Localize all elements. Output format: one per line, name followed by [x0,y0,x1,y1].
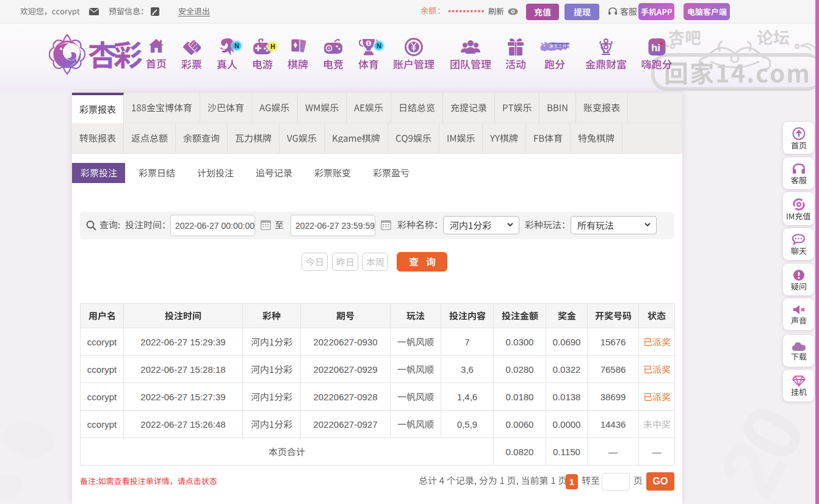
svg-text:N: N [377,42,381,49]
svg-text:N: N [234,42,239,49]
svg-text:H: H [270,43,275,50]
svg-text:1: 1 [367,40,370,46]
svg-text:兼车工作室: 兼车工作室 [550,44,571,48]
svg-text:hi: hi [651,42,660,54]
